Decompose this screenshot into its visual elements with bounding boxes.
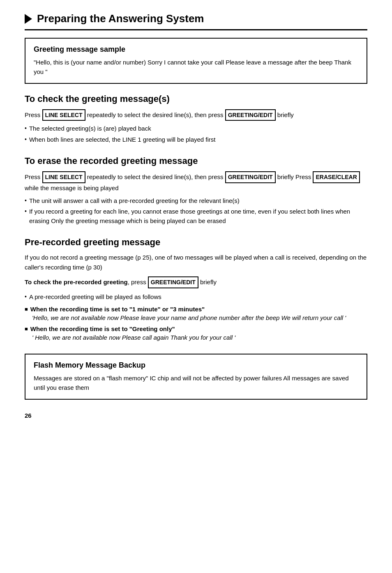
when1-label: When the recording time is set to "1 min… bbox=[30, 306, 205, 313]
flash-memory-title: Flash Memory Message Backup bbox=[34, 361, 358, 370]
erase-greeting-section: To erase the recorded greeting message P… bbox=[25, 156, 367, 226]
bullet-item: The selected greeting(s) is (are) played… bbox=[25, 124, 367, 133]
when1-block: ■ When the recording time is set to "1 m… bbox=[25, 306, 367, 323]
erase-para-post: while the message is being played bbox=[25, 184, 118, 191]
greeting-edit-key-1: GREETING/EDIT bbox=[225, 109, 276, 121]
pre-recorded-check: To check the pre-recorded greeting, pres… bbox=[25, 276, 367, 288]
when2-label: When the recording time is set to "Greet… bbox=[30, 325, 175, 332]
when1-square-bullet: ■ bbox=[25, 306, 28, 312]
greeting-edit-key-3: GREETING/EDIT bbox=[148, 276, 198, 288]
check-greeting-bullets: The selected greeting(s) is (are) played… bbox=[25, 124, 367, 144]
when2-text: ' Hello, we are not available now Please… bbox=[25, 333, 367, 343]
check-greeting-body: Press LINE SELECT repeatedly to select t… bbox=[25, 109, 367, 121]
check-greeting-mid2: briefly bbox=[277, 111, 294, 118]
when1-label-row: ■ When the recording time is set to "1 m… bbox=[25, 306, 367, 313]
greeting-sample-text: "Hello, this is (your name and/or number… bbox=[34, 58, 358, 76]
when2-square-bullet: ■ bbox=[25, 326, 28, 332]
flash-memory-box: Flash Memory Message Backup Messages are… bbox=[25, 354, 367, 400]
pre-recorded-bullet1-list: A pre-recorded greeting will be played a… bbox=[25, 292, 367, 302]
check-greeting-section: To check the greeting message(s) Press L… bbox=[25, 94, 367, 144]
erase-greeting-bullets: The unit will answer a call with a pre-r… bbox=[25, 196, 367, 226]
bullet-item: If you record a greeting for each line, … bbox=[25, 207, 367, 226]
line-select-key-1: LINE SELECT bbox=[42, 109, 85, 121]
pre-recorded-title: Pre-recorded greeting message bbox=[25, 237, 367, 248]
check-pre-mid: , press bbox=[128, 278, 148, 285]
erase-greeting-body: Press LINE SELECT repeatedly to select t… bbox=[25, 171, 367, 193]
page-number: 26 bbox=[25, 412, 367, 419]
check-pre-label: To check the pre-recorded greeting bbox=[25, 278, 128, 285]
greeting-edit-key-2: GREETING/EDIT bbox=[225, 171, 276, 183]
when1-text: 'Hello, we are not available now Please … bbox=[25, 313, 367, 323]
pre-recorded-section: Pre-recorded greeting message If you do … bbox=[25, 237, 367, 342]
bullet-item: When both lines are selected, the LINE 1… bbox=[25, 135, 367, 145]
bullet-item: A pre-recorded greeting will be played a… bbox=[25, 292, 367, 302]
check-pre-post: briefly bbox=[198, 278, 217, 285]
bullet-item: The unit will answer a call with a pre-r… bbox=[25, 196, 367, 206]
page-header: Preparing the Answering System bbox=[25, 12, 367, 30]
erase-para-pre: Press bbox=[25, 173, 42, 180]
erase-clear-key: ERASE/CLEAR bbox=[313, 171, 360, 183]
line-select-key-2: LINE SELECT bbox=[42, 171, 85, 183]
greeting-sample-box: Greeting message sample "Hello, this is … bbox=[25, 38, 367, 84]
greeting-sample-title: Greeting message sample bbox=[34, 45, 358, 54]
check-greeting-mid1: repeatedly to select the desired line(s)… bbox=[87, 111, 225, 118]
pre-recorded-para1: If you do not record a greeting message … bbox=[25, 253, 367, 272]
erase-para-mid: repeatedly to select the desired line(s)… bbox=[85, 173, 225, 180]
erase-para-mid2: briefly Press bbox=[276, 173, 313, 180]
flash-memory-text: Messages are stored on a "flash memory" … bbox=[34, 374, 358, 392]
page-title: Preparing the Answering System bbox=[37, 12, 204, 25]
when2-label-row: ■ When the recording time is set to "Gre… bbox=[25, 325, 367, 332]
erase-greeting-title: To erase the recorded greeting message bbox=[25, 156, 367, 166]
check-greeting-para-pre: Press bbox=[25, 111, 40, 118]
arrow-icon bbox=[25, 14, 32, 24]
check-greeting-title: To check the greeting message(s) bbox=[25, 94, 367, 104]
when2-block: ■ When the recording time is set to "Gre… bbox=[25, 325, 367, 343]
